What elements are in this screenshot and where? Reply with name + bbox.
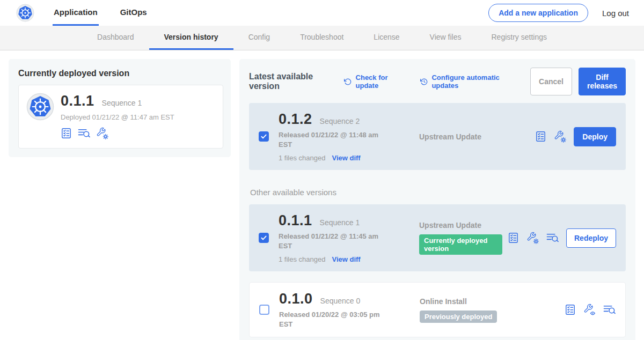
tab-version-history[interactable]: Version history <box>149 26 233 50</box>
configure-automatic-updates-link[interactable]: Configure automatic updates <box>420 73 514 90</box>
source-label: Upstream Update <box>419 132 530 141</box>
cancel-button[interactable]: Cancel <box>530 68 572 95</box>
tab-license[interactable]: License <box>358 26 414 50</box>
version-0-1-0-checkbox[interactable] <box>259 305 269 315</box>
files-changed-label: 1 files changed <box>279 255 325 263</box>
version-info: 0.1.1 Sequence 1 Released 01/21/22 @ 11:… <box>279 212 390 263</box>
app-logo <box>16 0 34 26</box>
release-notes-icon[interactable] <box>565 304 576 315</box>
version-actions: Redeploy <box>502 228 616 248</box>
tab-troubleshoot[interactable]: Troubleshoot <box>285 26 358 50</box>
deployed-version-details: 0.1.1 Sequence 1 Deployed 01/21/22 @ 11:… <box>61 93 174 139</box>
version-row-0-1-2: 0.1.2 Sequence 2 Released 01/21/22 @ 11:… <box>249 103 626 170</box>
checkmark-icon <box>260 133 267 140</box>
sequence-label: Sequence 0 <box>320 297 361 305</box>
version-0-1-2-checkbox[interactable] <box>259 131 269 142</box>
sequence-label: Sequence 1 <box>320 218 360 227</box>
latest-version-title: Latest available version <box>249 72 332 91</box>
diff-releases-button[interactable]: Diff releases <box>579 68 626 95</box>
version-row-0-1-0: 0.1.0 Sequence 0 Released 01/20/22 @ 03:… <box>249 282 626 337</box>
source-label: Upstream Update <box>419 221 502 230</box>
config-wrench-gear-icon[interactable] <box>526 232 539 244</box>
version-row-0-1-1: 0.1.1 Sequence 1 Released 01/21/22 @ 11:… <box>249 204 626 271</box>
add-new-application-button[interactable]: Add a new application <box>488 4 588 22</box>
currently-deployed-badge: Currently deployed version <box>419 234 502 255</box>
refresh-icon <box>344 77 352 86</box>
version-number: 0.1.1 <box>279 212 312 229</box>
top-tab-gitops[interactable]: GitOps <box>119 0 148 26</box>
view-diff-link[interactable]: View diff <box>332 255 360 263</box>
top-tab-application[interactable]: Application <box>53 0 99 26</box>
release-notes-icon[interactable] <box>61 128 72 139</box>
version-info: 0.1.2 Sequence 2 Released 01/21/22 @ 11:… <box>279 111 390 162</box>
config-wrench-gear-icon[interactable] <box>96 127 108 139</box>
latest-version-header: Latest available version Check for updat… <box>249 68 626 95</box>
checkmark-icon <box>260 234 267 241</box>
currently-deployed-panel: Currently deployed version 0.1.1 Sequenc… <box>9 59 231 157</box>
top-nav-spacer <box>169 0 488 26</box>
released-timestamp: Released 01/21/22 @ 11:48 am EST <box>279 130 382 149</box>
view-config-wrench-eye-icon[interactable] <box>583 304 596 316</box>
other-versions-title: Other available versions <box>250 188 626 197</box>
kubernetes-logo-icon <box>16 4 34 22</box>
config-wrench-gear-icon[interactable] <box>554 130 566 143</box>
released-timestamp: Released 01/20/22 @ 03:05 pm EST <box>279 310 382 329</box>
check-for-update-link[interactable]: Check for update <box>344 73 404 90</box>
preflight-results-icon[interactable] <box>78 127 90 139</box>
view-diff-link[interactable]: View diff <box>332 154 360 162</box>
version-actions <box>559 304 616 316</box>
tab-dashboard[interactable]: Dashboard <box>82 26 149 50</box>
clock-refresh-icon <box>420 77 428 86</box>
version-number: 0.1.0 <box>279 291 313 307</box>
tab-view-files[interactable]: View files <box>415 26 477 50</box>
version-source: Upstream Update <box>390 132 530 141</box>
tab-registry-settings[interactable]: Registry settings <box>477 26 562 50</box>
version-number: 0.1.2 <box>279 111 312 128</box>
preflight-results-icon[interactable] <box>603 304 616 316</box>
version-actions: Deploy <box>530 127 616 146</box>
version-history-panel: Latest available version Check for updat… <box>239 59 635 340</box>
redeploy-button[interactable]: Redeploy <box>566 228 616 248</box>
sub-nav: Dashboard Version history Config Trouble… <box>0 26 644 50</box>
logout-link[interactable]: Log out <box>602 9 629 18</box>
main-content: Currently deployed version 0.1.1 Sequenc… <box>0 50 644 340</box>
released-timestamp: Released 01/21/22 @ 11:45 am EST <box>279 232 382 250</box>
release-notes-icon[interactable] <box>508 232 519 243</box>
previously-deployed-badge: Previously deployed <box>420 311 497 323</box>
version-0-1-1-checkbox[interactable] <box>259 233 269 243</box>
deployed-version-card: 0.1.1 Sequence 1 Deployed 01/21/22 @ 11:… <box>18 85 223 149</box>
release-notes-icon[interactable] <box>535 131 546 142</box>
kubernetes-app-icon <box>26 93 54 121</box>
version-source: Upstream Update Currently deployed versi… <box>390 221 502 255</box>
files-changed-label: 1 files changed <box>279 154 325 162</box>
tab-config[interactable]: Config <box>233 26 285 50</box>
top-nav: Application GitOps Add a new application… <box>0 0 644 26</box>
deployed-version-number: 0.1.1 <box>61 93 94 109</box>
deployed-sequence-label: Sequence 1 <box>102 99 142 107</box>
deploy-button[interactable]: Deploy <box>574 127 616 146</box>
version-info: 0.1.0 Sequence 0 Released 01/20/22 @ 03:… <box>279 291 391 329</box>
currently-deployed-title: Currently deployed version <box>18 69 223 78</box>
deployed-timestamp: Deployed 01/21/22 @ 11:47 am EST <box>61 113 174 121</box>
sequence-label: Sequence 2 <box>320 117 360 125</box>
preflight-results-icon[interactable] <box>546 232 559 244</box>
version-source: Online Install Previously deployed <box>391 297 559 323</box>
source-label: Online Install <box>420 297 559 306</box>
